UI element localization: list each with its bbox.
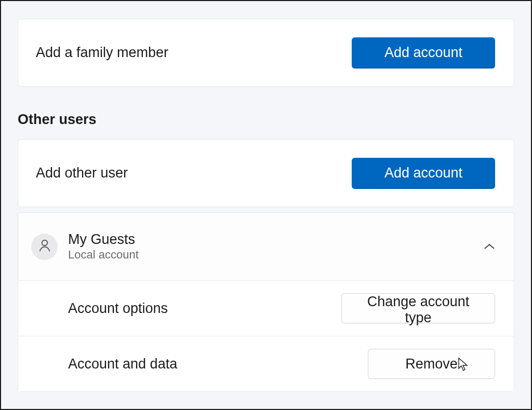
add-family-member-card: Add a family member Add account xyxy=(18,19,514,87)
user-card: My Guests Local account Account options … xyxy=(18,212,514,392)
other-users-heading: Other users xyxy=(18,112,514,128)
add-family-account-button[interactable]: Add account xyxy=(352,37,495,69)
remove-account-button[interactable]: Remove xyxy=(368,349,495,379)
settings-panel: Add a family member Add account Other us… xyxy=(1,1,531,392)
user-header-toggle[interactable]: My Guests Local account xyxy=(18,213,514,280)
chevron-up-icon xyxy=(484,241,495,252)
user-info: My Guests Local account xyxy=(68,231,484,262)
account-options-row: Account options Change account type xyxy=(18,280,514,336)
person-icon xyxy=(37,238,52,255)
account-and-data-row: Account and data Remove xyxy=(18,336,514,391)
account-and-data-label: Account and data xyxy=(68,356,177,372)
add-other-account-button[interactable]: Add account xyxy=(352,158,495,189)
user-account-type: Local account xyxy=(68,248,484,262)
add-other-user-label: Add other user xyxy=(36,165,128,181)
add-other-user-card: Add other user Add account xyxy=(18,139,514,207)
svg-point-0 xyxy=(42,240,47,246)
add-family-member-label: Add a family member xyxy=(36,45,168,61)
avatar xyxy=(31,234,58,260)
account-options-label: Account options xyxy=(68,300,168,317)
user-name: My Guests xyxy=(68,231,484,248)
change-account-type-button[interactable]: Change account type xyxy=(341,293,495,323)
